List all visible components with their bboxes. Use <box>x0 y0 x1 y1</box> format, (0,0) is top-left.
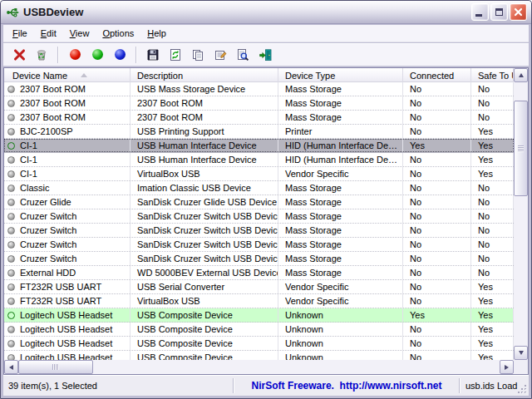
cell-connected: No <box>403 153 471 166</box>
device-row[interactable]: Cruzer GlideSanDisk Cruzer Glide USB Dev… <box>4 195 514 209</box>
cell-connected: No <box>403 209 471 223</box>
cell-safe: Yes <box>471 308 514 322</box>
cell-connected: No <box>403 167 471 180</box>
vertical-scroll-thumb[interactable] <box>514 101 528 196</box>
cell-description: SanDisk Cruzer Switch USB Device <box>131 209 278 223</box>
device-row[interactable]: 2307 Boot ROM2307 Boot ROMMass StorageNo… <box>4 96 514 111</box>
cell-name: BJC-2100SP <box>4 125 131 138</box>
column-header-safe-to-unplug[interactable]: Safe To Unplug <box>471 68 514 82</box>
cell-type: Mass Storage <box>278 111 403 124</box>
window-title: USBDeview <box>23 6 471 18</box>
horizontal-scrollbar[interactable] <box>4 360 514 374</box>
device-row[interactable]: 2307 Boot ROM2307 Boot ROMMass StorageNo… <box>4 111 514 125</box>
scroll-left-button[interactable] <box>4 360 18 374</box>
cell-safe: Yes <box>471 153 514 166</box>
refresh-button[interactable] <box>165 45 185 65</box>
device-row[interactable]: Cruzer SwitchSanDisk Cruzer Switch USB D… <box>4 252 514 266</box>
device-row[interactable]: Cruzer SwitchSanDisk Cruzer Switch USB D… <box>4 238 514 252</box>
menu-options[interactable]: Options <box>96 26 140 41</box>
close-button[interactable] <box>510 3 527 21</box>
find-icon <box>236 48 249 62</box>
column-label: Safe To Unplug <box>478 69 514 82</box>
maximize-button[interactable] <box>490 3 508 21</box>
exit-button[interactable] <box>255 45 275 65</box>
minimize-icon <box>475 14 482 17</box>
properties-button[interactable] <box>210 45 230 65</box>
cell-description: USB Composite Device <box>131 323 278 336</box>
device-row[interactable]: FT232R USB UARTUSB Serial ConverterVendo… <box>4 280 514 294</box>
cell-safe: No <box>471 181 514 195</box>
status-nirsoft-link[interactable]: NirSoft Freeware. http://www.nirsoft.net <box>234 376 459 396</box>
device-row[interactable]: Cruzer SwitchSanDisk Cruzer Switch USB D… <box>4 224 514 238</box>
device-row[interactable]: Logitech USB HeadsetUSB Composite Device… <box>4 323 514 337</box>
cell-connected: No <box>403 323 471 336</box>
cell-connected: Yes <box>403 308 471 322</box>
horizontal-scroll-thumb[interactable] <box>18 360 93 374</box>
device-row[interactable]: CI-1USB Human Interface DeviceHID (Human… <box>4 139 514 153</box>
cell-description: USB Composite Device <box>131 308 278 322</box>
save-button[interactable] <box>143 45 163 65</box>
menu-edit[interactable]: Edit <box>34 26 63 41</box>
cell-connected: No <box>403 280 471 293</box>
cell-connected: No <box>403 82 471 96</box>
scroll-right-button[interactable] <box>500 360 514 374</box>
device-row[interactable]: CI-1USB Human Interface DeviceHID (Human… <box>4 153 514 167</box>
title-bar[interactable]: USBDeview <box>1 1 531 24</box>
cell-connected: No <box>403 351 471 360</box>
cell-type: Mass Storage <box>278 181 403 195</box>
column-header-device-type[interactable]: Device Type <box>278 68 403 82</box>
recycle-bin-button[interactable] <box>32 45 52 65</box>
resize-grip-icon[interactable] <box>517 384 528 395</box>
menu-view[interactable]: View <box>63 26 96 41</box>
cell-type: Mass Storage <box>278 82 403 96</box>
cell-safe: Yes <box>471 351 514 360</box>
device-row[interactable]: 2307 Boot ROMUSB Mass Storage DeviceMass… <box>4 82 514 96</box>
device-row[interactable]: ClassicImation Classic USB DeviceMass St… <box>4 181 514 195</box>
column-header-connected[interactable]: Connected <box>403 68 471 82</box>
vertical-scrollbar[interactable] <box>514 68 528 360</box>
menu-file[interactable]: File <box>6 26 34 41</box>
device-status-led-icon <box>7 86 15 93</box>
cell-description: USB Serial Converter <box>131 280 278 293</box>
scroll-up-button[interactable] <box>514 68 528 82</box>
green-ball-button[interactable] <box>87 45 107 65</box>
uninstall-device-button[interactable] <box>9 45 29 65</box>
cell-safe: Yes <box>471 337 514 350</box>
device-row[interactable]: Cruzer SwitchSanDisk Cruzer Switch USB D… <box>4 209 514 224</box>
find-button[interactable] <box>233 45 253 65</box>
cell-name: Cruzer Switch <box>4 224 131 237</box>
cell-connected: Yes <box>403 139 471 152</box>
device-row[interactable]: BJC-2100SPUSB Printing SupportPrinterNoY… <box>4 125 514 139</box>
cell-connected: No <box>403 111 471 124</box>
device-row[interactable]: Logitech USB HeadsetUSB Composite Device… <box>4 337 514 351</box>
device-row[interactable]: Logitech USB HeadsetUSB Composite Device… <box>4 351 514 360</box>
cell-name: Logitech USB Headset <box>4 308 131 322</box>
cell-description: USB Human Interface Device <box>131 153 278 166</box>
device-row[interactable]: External HDDWD 5000BEV External USB Devi… <box>4 266 514 280</box>
column-header-device-name[interactable]: Device Name <box>4 68 131 82</box>
copy-button[interactable] <box>188 45 208 65</box>
exit-door-icon <box>259 48 273 62</box>
cell-connected: No <box>403 96 471 110</box>
red-ball-button[interactable] <box>65 45 85 65</box>
scroll-down-button[interactable] <box>514 346 528 360</box>
device-row[interactable]: Logitech USB HeadsetUSB Composite Device… <box>4 308 514 323</box>
device-row[interactable]: FT232R USB UARTVirtualBox USBVendor Spec… <box>4 294 514 308</box>
properties-icon <box>214 48 227 62</box>
column-header-description[interactable]: Description <box>131 68 278 82</box>
cell-connected: No <box>403 125 471 138</box>
cell-name: Logitech USB Headset <box>4 337 131 350</box>
cell-description: USB Printing Support <box>131 125 278 138</box>
device-status-led-icon <box>7 269 15 277</box>
minimize-button[interactable] <box>471 3 489 21</box>
cell-description: VirtualBox USB <box>131 167 278 180</box>
cell-name: Cruzer Switch <box>4 252 131 265</box>
scrollbar-corner <box>514 360 528 374</box>
cell-connected: No <box>403 181 471 195</box>
blue-ball-button[interactable] <box>110 45 130 65</box>
cell-safe: No <box>471 266 514 279</box>
device-row[interactable]: CI-1VirtualBox USBVendor SpecificNoYes <box>4 167 514 181</box>
blue-ball-icon <box>115 49 126 60</box>
menu-help[interactable]: Help <box>140 26 173 41</box>
device-status-led-icon <box>7 255 15 263</box>
